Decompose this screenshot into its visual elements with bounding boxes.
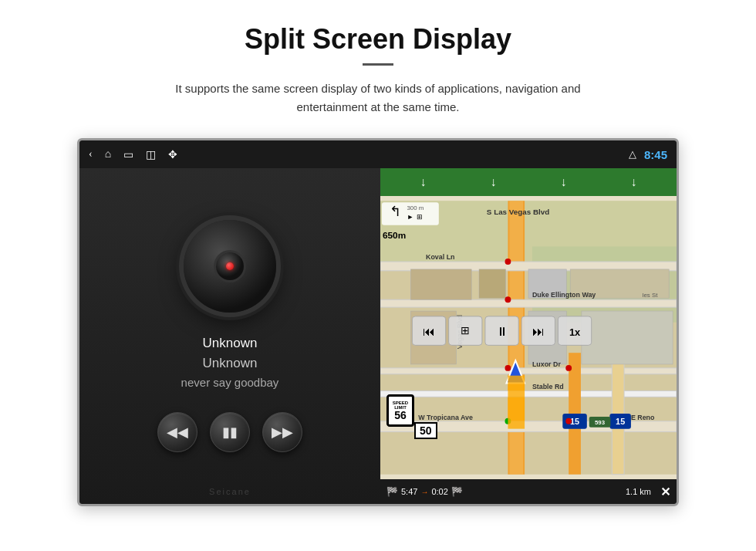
speed-limit-sign: SPEEDLIMIT 56 [386,394,414,427]
album-art-dot [226,262,234,270]
svg-text:650m: 650m [383,231,406,242]
svg-text:↰: ↰ [390,204,401,219]
flag-end-icon: 🏁 [451,486,463,498]
svg-rect-9 [380,390,677,397]
svg-text:⊞: ⊞ [461,325,470,336]
music-player-panel: Unknown Unknown never say goodbay ◀◀ ▮▮ … [79,168,380,504]
status-bar-right: △ 8:45 [629,148,667,161]
nav-distance: 1.1 km [626,487,651,496]
pause-icon: ▮▮ [222,424,238,441]
svg-point-25 [505,365,511,371]
recent-icon[interactable]: ▭ [123,148,133,161]
svg-rect-8 [380,368,677,374]
nav-bottom-bar: 🏁 5:47 → 0:02 🏁 1.1 km ✕ [380,479,677,504]
eject-icon[interactable]: △ [629,148,636,161]
svg-text:les St: les St [643,292,658,299]
back-icon[interactable]: ‹ [89,148,93,161]
page-subtitle: It supports the same screen display of t… [147,79,609,117]
nav-arrow-3: ↓ [561,175,567,189]
next-button[interactable]: ▶▶ [262,412,302,452]
prev-icon: ◀◀ [167,424,188,441]
split-content: Unknown Unknown never say goodbay ◀◀ ▮▮ … [79,168,677,504]
nav-route-icon: → [420,488,428,496]
nav-arrow-1: ↓ [420,175,427,189]
device-screen: ‹ ⌂ ▭ ◫ ✥ △ 8:45 Unknown Unknown never s… [77,138,679,506]
svg-point-26 [565,365,572,371]
track-album: never say goodbay [181,376,279,389]
album-art [184,220,276,313]
status-time: 8:45 [644,148,667,161]
map-area: 15 15 [380,196,677,479]
svg-text:Duke Ellington Way: Duke Ellington Way [532,291,596,299]
svg-text:⏭: ⏭ [532,325,545,338]
svg-point-24 [505,296,511,303]
status-bar-left: ‹ ⌂ ▭ ◫ ✥ [89,148,615,161]
svg-text:W Tropicana Ave: W Tropicana Ave [418,414,473,421]
album-art-inner [216,252,244,280]
home-icon[interactable]: ⌂ [105,148,111,161]
player-controls: ◀◀ ▮▮ ▶▶ [157,412,302,452]
watermark: Seicane [209,487,251,496]
svg-rect-22 [582,311,673,364]
svg-text:⊞: ⊞ [417,213,423,221]
nav-arrows-bar: ↓ ↓ ↓ ↓ [380,168,677,196]
svg-text:15: 15 [616,417,625,426]
svg-text:S Las Vegas Blvd: S Las Vegas Blvd [487,208,549,216]
svg-text:300 m: 300 m [407,205,424,211]
navigation-panel: ↓ ↓ ↓ ↓ [380,168,677,504]
play-pause-button[interactable]: ▮▮ [210,412,250,452]
image-icon[interactable]: ◫ [146,148,156,161]
track-artist: Unknown [203,356,258,371]
flag-start-icon: 🏁 [386,486,398,498]
svg-rect-30 [508,376,525,429]
svg-text:Koval Ln: Koval Ln [426,253,454,261]
speed-limit-number: 56 [394,410,407,421]
status-bar: ‹ ⌂ ▭ ◫ ✥ △ 8:45 [79,140,677,168]
usb-icon[interactable]: ✥ [168,148,177,161]
nav-close-button[interactable]: ✕ [660,485,670,499]
svg-text:►: ► [407,213,413,221]
svg-text:E Reno: E Reno [631,414,655,421]
prev-button[interactable]: ◀◀ [157,412,197,452]
svg-rect-17 [479,269,505,298]
svg-rect-16 [410,269,471,299]
title-divider [363,63,393,66]
svg-text:593: 593 [595,419,606,426]
track-title: Unknown [203,336,258,351]
nav-duration: 0:02 [431,487,447,496]
svg-text:1x: 1x [569,326,581,338]
svg-text:Luxor Dr: Luxor Dr [532,360,561,368]
svg-rect-6 [380,299,677,307]
next-icon: ▶▶ [272,424,293,441]
svg-point-23 [505,259,511,265]
route-marker: 50 [414,422,437,439]
svg-text:⏮: ⏮ [423,325,435,338]
page-title: Split Screen Display [245,23,511,56]
svg-point-28 [565,418,572,424]
svg-text:⏸: ⏸ [496,325,508,338]
svg-text:Stable Rd: Stable Rd [532,383,564,390]
nav-arrow-2: ↓ [491,175,497,189]
nav-eta-time: 5:47 [401,487,417,496]
nav-arrow-4: ↓ [631,175,637,189]
